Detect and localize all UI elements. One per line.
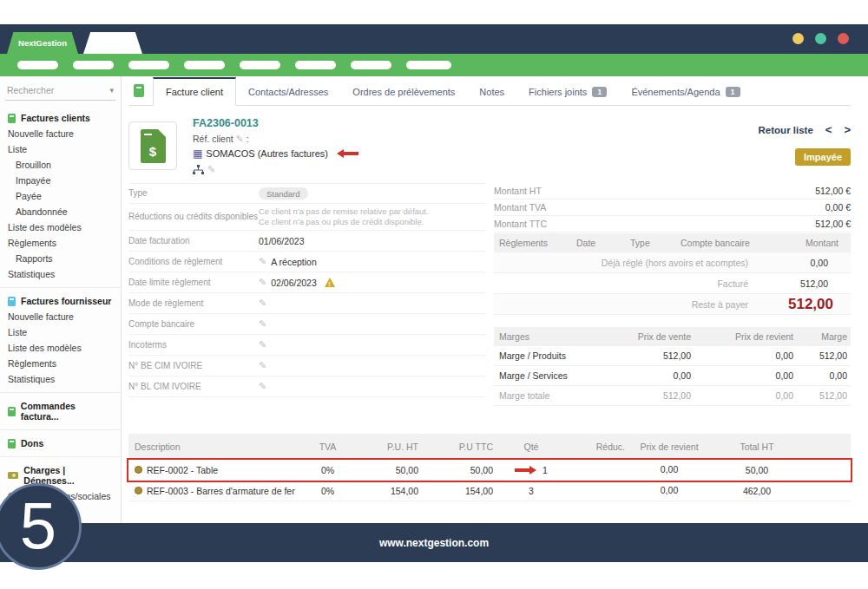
edit-pencil-icon[interactable]: ✎ [259,381,266,392]
sidebar-item-liste[interactable]: Liste [0,141,121,157]
invoice-icon [8,297,16,306]
edit-pencil-icon[interactable]: ✎ [259,318,266,330]
sidebar-item-liste-f[interactable]: Liste [0,324,121,340]
sidebar-item-brouillon[interactable]: Brouillon [0,157,121,173]
nav-pill[interactable] [240,61,280,69]
column-header: Total HT [708,442,806,452]
sidebar-item-factures-fournisseur[interactable]: Factures fournisseur [0,292,121,309]
item-row-ref-0002[interactable]: REF-0002 - Table 0% 50,00 50,00 1 0,00 5… [128,460,851,481]
item-row-ref-0003[interactable]: REF-0003 - Barres d'armature de fer 0% 1… [128,481,851,501]
marges-header: Marges Prix de vente Prix de revient Mar… [494,327,851,346]
count-badge: 1 [592,87,607,97]
client-name[interactable]: SOMACOS (Autres factures) [206,147,328,160]
edit-pencil-icon[interactable]: ✎ [259,277,266,288]
invoice-details-table: Type Standard Réductions ou crédits disp… [128,183,485,406]
summary-row-facture: Facturé 512,00 [494,273,851,294]
column-header: Description [128,442,304,452]
sidebar-item-impayee[interactable]: Impayée [0,173,121,188]
sidebar-item-payee[interactable]: Payée [0,188,121,204]
sidebar-item-reglements[interactable]: Règlements [0,235,121,251]
edit-pencil-icon[interactable]: ✎ [259,360,266,371]
dollar-glyph: $ [149,144,156,159]
client-line: ▦ SOMACOS (Autres factures) [193,147,358,160]
nav-pill[interactable] [184,61,225,69]
summary-value: 0,00 [781,258,851,268]
red-arrow-left-icon [337,149,358,158]
muted-note: Ce client n'a pas de remise relative par… [259,206,429,217]
nav-pill[interactable] [351,61,391,69]
tab-label: Notes [479,87,504,97]
search-input[interactable] [7,85,102,95]
edit-pencil-icon[interactable]: ✎ [259,256,266,267]
tab-contacts-adresses[interactable]: Contacts/Adresses [236,79,340,105]
summary-label: Reste à payer [494,299,781,310]
tab-fichiers-joints[interactable]: Fichiers joints 1 [516,79,619,105]
invoice-header: $ FA2306-0013 Réf. client ✎ : ▦ SOMACOS … [128,116,851,176]
nav-pill[interactable] [295,61,336,69]
edit-pencil-icon[interactable]: ✎ [207,162,215,176]
back-row: Retour liste < > [759,123,851,136]
marge-value: 512,00 [589,390,691,401]
tab-ordres-prelevements[interactable]: Ordres de prélèvements [340,79,467,105]
detail-row-be-cim: N° BE CIM IVOIRE ✎ [128,356,485,376]
item-qty: 1 [542,465,548,475]
summary-label: Facturé [494,278,781,289]
detail-row-date-limite: Date limite règlement ✎ 02/06/2023 ! [128,272,485,293]
marge-value: 0,00 [589,370,691,381]
sidebar-item-statistiques-f[interactable]: Statistiques [0,371,121,387]
sidebar-item-nouvelle-facture[interactable]: Nouvelle facture [0,126,121,141]
main-content: Facture client Contacts/Adresses Ordres … [122,76,868,523]
product-icon [135,487,142,494]
back-to-list-link[interactable]: Retour liste [759,125,813,135]
amount-label: Montant HT [494,186,815,196]
chevron-left-icon[interactable]: < [825,123,832,136]
invoice-info: FA2306-0013 Réf. client ✎ : ▦ SOMACOS (A… [193,116,358,176]
brand-tab[interactable]: NextGestion [7,32,78,54]
nav-pill[interactable] [73,61,114,69]
document-icon [134,84,144,97]
hierarchy-icon[interactable] [193,165,204,174]
amount-value: 512,00 € [815,186,851,196]
nav-pill[interactable] [406,61,451,69]
tab-label: Facture client [166,87,223,97]
invoice-action-icons: ✎ [193,162,358,176]
column-header: Marges [494,331,589,342]
sidebar-item-abandonnee[interactable]: Abandonnée [0,204,121,219]
sidebar-item-statistiques[interactable]: Statistiques [0,266,121,282]
window-dots [792,33,849,44]
app-body: ▾ Factures clients Nouvelle facture List… [0,76,868,523]
marge-value: 512,00 [793,390,851,401]
sidebar-item-reglements-f[interactable]: Règlements [0,356,121,371]
detail-label: N° BE CIM IVOIRE [128,361,259,371]
search-box[interactable]: ▾ [5,82,115,101]
sidebar-section-factures-fournisseur: Factures fournisseur Nouvelle facture Li… [0,292,121,387]
detail-label: Compte bancaire [128,319,259,330]
chevron-right-icon[interactable]: > [844,123,851,136]
tab-evenements-agenda[interactable]: Événements/Agenda 1 [619,79,752,105]
sidebar-item-liste-modeles-f[interactable]: Liste des modèles [0,340,121,356]
marge-value: 512,00 [793,350,851,361]
sidebar-item-charges[interactable]: Charges | Dépenses... [0,461,121,488]
sidebar-item-dons[interactable]: Dons [0,435,121,451]
column-header: Qté [500,442,562,452]
sidebar-item-nouvelle-facture-f[interactable]: Nouvelle facture [0,309,121,324]
sidebar-item-commandes[interactable]: Commandes factura... [0,397,121,424]
item-tva: 0% [304,486,352,496]
item-tva: 0% [304,465,352,475]
product-icon [135,466,142,474]
tab-notes[interactable]: Notes [467,79,516,105]
edit-pencil-icon[interactable]: ✎ [259,339,266,350]
tabs-bar: Facture client Contacts/Adresses Ordres … [128,76,851,106]
nav-pill[interactable] [17,61,58,69]
edit-pencil-icon[interactable]: ✎ [259,298,266,309]
sidebar-item-liste-modeles[interactable]: Liste des modèles [0,219,121,235]
marge-row-produits: Marge / Produits 512,00 0,00 512,00 [494,346,851,366]
item-description: REF-0002 - Table [147,465,218,475]
nav-pill[interactable] [128,61,169,69]
sidebar-item-factures-clients[interactable]: Factures clients [0,109,121,126]
edit-pencil-icon[interactable]: ✎ [236,134,244,144]
tab-facture-client[interactable]: Facture client [153,77,236,106]
sidebar-item-rapports[interactable]: Rapports [0,251,121,266]
marge-label: Marge totale [494,390,589,401]
marge-label: Marge / Produits [494,350,589,361]
